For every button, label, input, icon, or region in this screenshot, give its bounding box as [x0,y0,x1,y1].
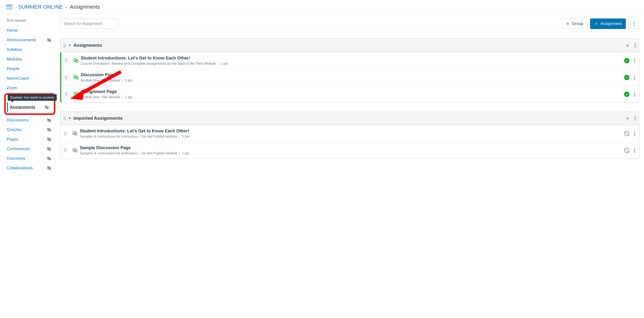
assignment-title[interactable]: Student Introductions: Let's Get to Know… [81,56,624,61]
sidebar-item-pages[interactable]: Pages [6,134,56,144]
drag-handle-icon[interactable] [64,116,66,120]
group-add-button[interactable]: ＋ [624,115,630,121]
row-more-button[interactable] [634,75,635,80]
sidebar-item-modules[interactable]: Modules [6,54,56,64]
sidebar-section-title: DLD courses [7,19,56,22]
discussion-icon [73,75,79,80]
sidebar-item-conferences[interactable]: Conferences [6,144,56,154]
tooltip: Disabled. Not visible to students [8,94,57,101]
drag-handle-icon[interactable] [64,132,66,135]
sidebar-item-collaborations[interactable]: Collaborations [6,163,56,173]
published-icon[interactable] [624,92,630,97]
assignment-row[interactable]: Discussion Page Module One: Title Module… [60,69,639,86]
sidebar-item-announcements[interactable]: Announcements [6,35,56,45]
sidebar-item-namecoach[interactable]: NameCoach [6,74,56,83]
drag-handle-icon[interactable] [64,44,66,47]
drag-handle-icon[interactable] [64,148,66,152]
group-more-button[interactable] [635,43,636,48]
row-more-button[interactable] [634,131,635,136]
assignment-row[interactable]: Student Introductions: Let's Get to Know… [60,52,639,69]
sidebar-item-discussions[interactable]: Discussions [6,115,56,125]
add-group-button[interactable]: Group [562,19,587,29]
hamburger-menu[interactable] [6,5,12,9]
unpublished-icon[interactable] [624,131,630,136]
group-title: Imported Assignments [74,116,624,121]
assignment-meta: Module One: Title Module|1 pts [81,78,624,82]
assignment-group: ▼ Assignments ＋ Student Introductions: L… [60,38,639,103]
eye-off-icon [44,105,49,110]
discussion-icon [72,131,78,136]
discussion-icon [73,58,79,64]
assignment-row[interactable]: Student Introductions: Let's Get to Know… [60,125,639,142]
discussion-icon [72,147,78,153]
chevron-right-icon: › [66,5,67,10]
search-input[interactable] [60,19,118,29]
plus-icon [566,22,570,26]
annotation-highlight: Disabled. Not visible to students Assign… [4,93,55,115]
published-icon[interactable] [624,75,630,80]
eye-off-icon [47,146,52,151]
assignment-title[interactable]: Sample Discussion Page [80,145,624,150]
sidebar-item-syllabus[interactable]: Syllabus [6,45,56,54]
row-more-button[interactable] [634,92,635,96]
sidebar-item-zoom[interactable]: Zoom [6,83,56,93]
sidebar-item-quizzes[interactable]: Quizzes [6,125,56,134]
assignment-group: ▼ Imported Assignments ＋ Student Introdu… [60,111,639,159]
assignment-title[interactable]: Assignment Page [81,89,624,94]
assignment-meta: Samples & Instructions for Instructors -… [80,151,624,155]
eye-off-icon [47,38,52,43]
sidebar-item-outcomes[interactable]: Outcomes [6,154,56,163]
drag-handle-icon[interactable] [65,76,67,79]
plus-icon [594,22,598,26]
group-header[interactable]: ▼ Imported Assignments ＋ [60,111,639,125]
breadcrumb: SUMMER ONLINE › Assignments [18,4,100,10]
assignment-meta: Course Orientation: Review and Complete … [81,62,624,65]
kebab-icon [634,22,634,26]
assignment-icon [73,91,79,97]
eye-off-icon [47,137,52,142]
group-add-button[interactable]: ＋ [624,43,630,48]
assignment-row[interactable]: Sample Discussion Page Samples & Instruc… [60,142,639,158]
drag-handle-icon[interactable] [65,92,67,96]
assignment-title[interactable]: Student Introductions: Let's Get to Know… [80,128,624,133]
assignment-title[interactable]: Discussion Page [81,72,624,77]
row-more-button[interactable] [634,59,635,63]
toolbar-more-button[interactable] [629,19,639,29]
breadcrumb-current: Assignments [70,4,100,10]
caret-down-icon[interactable]: ▼ [68,116,71,120]
unpublished-icon[interactable] [624,148,630,153]
eye-off-icon [47,127,52,132]
eye-off-icon [47,118,52,122]
assignment-row[interactable]: Assignment Page Module One: Title Module… [60,86,639,102]
add-assignment-button[interactable]: Assignment [590,19,626,29]
row-more-button[interactable] [634,148,635,152]
sidebar-item-people[interactable]: People [6,64,56,74]
sidebar-item-assignments[interactable]: Assignments [7,102,54,112]
group-title: Assignments [74,43,624,48]
breadcrumb-course-link[interactable]: SUMMER ONLINE [18,4,63,10]
eye-off-icon [47,156,52,161]
assignment-meta: Samples & Instructions for Instructors -… [80,134,624,138]
group-header[interactable]: ▼ Assignments ＋ [60,39,639,52]
published-icon[interactable] [624,58,630,63]
caret-down-icon[interactable]: ▼ [68,44,71,47]
group-more-button[interactable] [635,116,636,120]
assignment-meta: Module One: Title Module|1 pts [81,95,624,99]
drag-handle-icon[interactable] [65,59,67,62]
sidebar-item-home[interactable]: Home [6,26,56,35]
eye-off-icon [47,166,52,171]
